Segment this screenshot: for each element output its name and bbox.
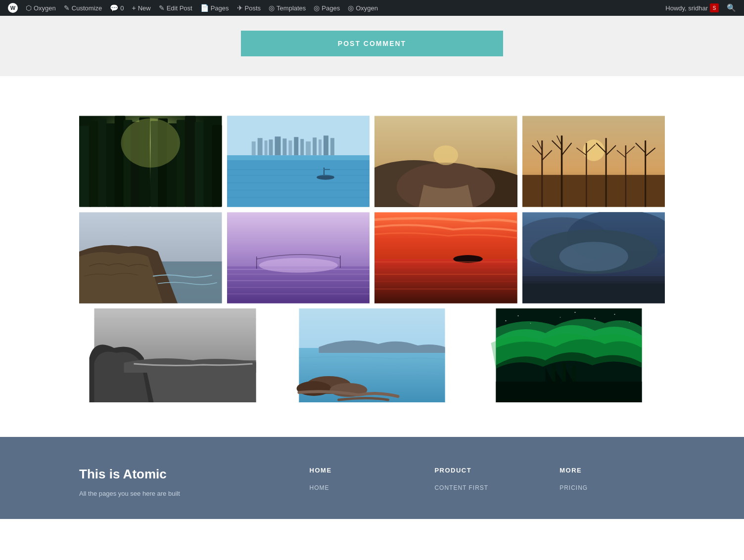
- admin-new[interactable]: + New: [128, 0, 154, 16]
- admin-pages2[interactable]: ◎ Pages: [310, 0, 344, 16]
- gallery-item-forest[interactable]: [79, 116, 222, 207]
- svg-rect-21: [227, 160, 370, 207]
- footer-link-pricing-anchor[interactable]: PRICING: [559, 484, 588, 491]
- gallery-item-bw-rock[interactable]: [79, 308, 271, 402]
- svg-rect-15: [195, 122, 205, 207]
- admin-customize[interactable]: ✎ Customize: [60, 0, 106, 16]
- svg-point-119: [560, 317, 561, 318]
- svg-rect-34: [319, 139, 322, 155]
- svg-rect-98: [522, 281, 665, 303]
- admin-oxygen2[interactable]: ◎ Oxygen: [344, 0, 382, 16]
- admin-edit-post[interactable]: ✎ Edit Post: [155, 0, 196, 16]
- footer-brand-desc: All the pages you see here are built: [79, 489, 290, 499]
- footer-link-home-anchor[interactable]: HOME: [310, 484, 329, 491]
- gallery-item-purple[interactable]: [227, 212, 370, 303]
- admin-bar-right: Howdy, sridhar S 🔍: [661, 0, 740, 16]
- edit-icon: ✎: [64, 4, 70, 12]
- footer-col-home: HOME HOME: [310, 467, 415, 499]
- svg-rect-81: [227, 274, 370, 274]
- svg-point-112: [506, 320, 507, 321]
- gallery-item-stormy[interactable]: [522, 212, 665, 303]
- gallery-row-2: [79, 212, 665, 303]
- footer-col-product-links: CONTENT FIRST: [434, 483, 540, 492]
- footer-col-product: PRODUCT CONTENT FIRST: [434, 467, 540, 499]
- wp-logo[interactable]: W: [4, 0, 22, 16]
- gallery-item-ocean[interactable]: [227, 116, 370, 207]
- posts-icon: ✈: [237, 4, 243, 12]
- search-icon: 🔍: [727, 3, 736, 12]
- gallery-row-1: [79, 116, 665, 207]
- footer-link-content-anchor[interactable]: CONTENT FIRST: [434, 484, 488, 491]
- svg-rect-13: [177, 120, 186, 207]
- svg-rect-36: [330, 138, 334, 155]
- footer-grid: This is Atomic All the pages you see her…: [79, 467, 665, 499]
- svg-rect-26: [269, 139, 273, 155]
- admin-oxygen[interactable]: ⬡ Oxygen: [22, 0, 60, 16]
- gallery-section: [0, 76, 744, 437]
- svg-rect-86: [374, 259, 517, 303]
- gallery-item-red-sunset[interactable]: [374, 212, 517, 303]
- svg-rect-31: [300, 139, 304, 155]
- plus-icon: +: [132, 4, 136, 12]
- svg-point-18: [121, 118, 180, 167]
- svg-rect-17: [212, 125, 222, 207]
- admin-posts[interactable]: ✈ Posts: [233, 0, 265, 16]
- page-icon: 📄: [200, 4, 209, 12]
- svg-rect-5: [106, 123, 116, 207]
- user-avatar: S: [710, 3, 719, 12]
- svg-rect-91: [374, 281, 517, 282]
- svg-rect-29: [288, 140, 292, 155]
- footer-col-more-heading: MORE: [559, 467, 665, 474]
- footer-col-product-heading: PRODUCT: [434, 467, 540, 474]
- gallery-item-blue-water[interactable]: [276, 308, 468, 402]
- svg-rect-24: [257, 138, 262, 155]
- svg-rect-80: [227, 269, 370, 270]
- admin-comments[interactable]: 💬 0: [106, 0, 128, 16]
- svg-point-49: [433, 145, 458, 165]
- footer-col-more-links: PRICING: [559, 483, 665, 492]
- admin-templates[interactable]: ◎ Templates: [265, 0, 310, 16]
- wp-icon: W: [8, 3, 18, 13]
- gallery-row-3: [79, 308, 665, 402]
- admin-pages[interactable]: 📄 Pages: [196, 0, 233, 16]
- svg-rect-92: [374, 289, 517, 290]
- svg-point-117: [629, 322, 630, 323]
- gallery-item-cliffs[interactable]: [79, 212, 222, 303]
- svg-rect-82: [227, 280, 370, 281]
- svg-rect-23: [251, 141, 255, 155]
- admin-search[interactable]: 🔍: [723, 0, 740, 16]
- svg-rect-84: [227, 294, 370, 295]
- footer-link-home[interactable]: HOME: [310, 483, 415, 492]
- svg-point-77: [259, 258, 337, 273]
- svg-rect-83: [227, 287, 370, 288]
- svg-point-97: [559, 242, 628, 271]
- footer-brand: This is Atomic All the pages you see her…: [79, 467, 290, 499]
- gallery-item-hills[interactable]: [374, 116, 517, 207]
- svg-rect-88: [374, 261, 517, 262]
- svg-rect-42: [227, 182, 370, 183]
- svg-point-115: [595, 318, 596, 319]
- post-comment-button[interactable]: POST COMMENT: [241, 31, 503, 56]
- svg-rect-30: [294, 137, 298, 155]
- footer-brand-title: This is Atomic: [79, 467, 290, 482]
- gallery-item-aurora[interactable]: [473, 308, 665, 402]
- gallery-item-dead-trees[interactable]: [522, 116, 665, 207]
- svg-point-118: [575, 312, 576, 313]
- comment-icon: 💬: [110, 4, 118, 12]
- admin-bar: W ⬡ Oxygen ✎ Customize 💬 0 + New ✎ Edit …: [0, 0, 744, 16]
- pages2-icon: ◎: [314, 4, 320, 12]
- footer: This is Atomic All the pages you see her…: [0, 437, 744, 519]
- page-wrapper: POST COMMENT: [0, 16, 744, 519]
- svg-rect-52: [522, 175, 665, 207]
- oxygen-icon: ⬡: [26, 4, 32, 12]
- svg-point-113: [518, 315, 519, 316]
- admin-user[interactable]: Howdy, sridhar S: [661, 0, 723, 16]
- svg-rect-89: [374, 267, 517, 268]
- footer-col-home-links: HOME: [310, 483, 415, 492]
- footer-link-content[interactable]: CONTENT FIRST: [434, 483, 540, 492]
- svg-rect-27: [275, 136, 280, 155]
- svg-rect-14: [185, 116, 196, 207]
- svg-rect-104: [94, 326, 256, 327]
- pencil-icon: ✎: [159, 4, 165, 12]
- footer-link-pricing[interactable]: PRICING: [559, 483, 665, 492]
